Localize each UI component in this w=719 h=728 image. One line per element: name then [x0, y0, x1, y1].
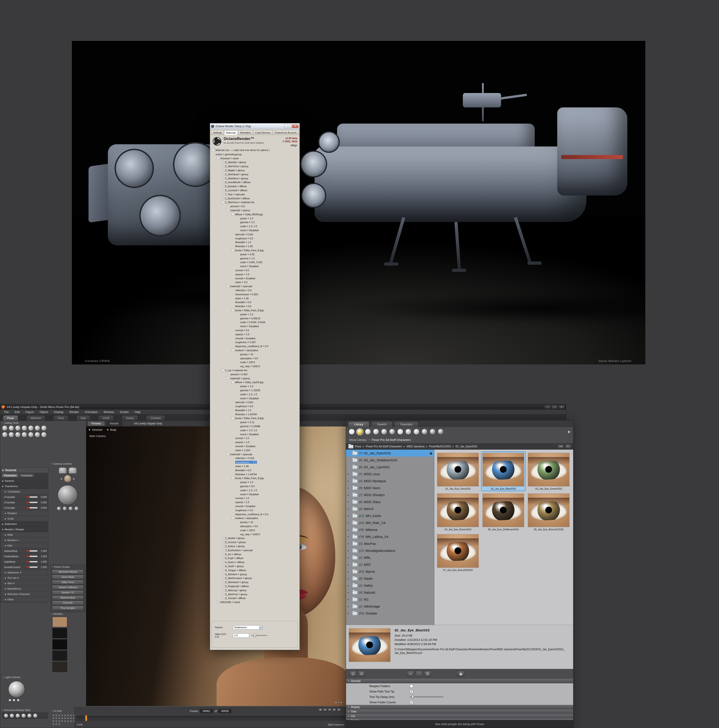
- param-group-morphs-shapes[interactable]: ▸Morphs | Shapes: [1, 527, 48, 532]
- room-tab-setup[interactable]: Setup: [122, 415, 138, 421]
- library-tab-favorites[interactable]: Favorites: [394, 422, 418, 427]
- minimize-button[interactable]: ─: [285, 124, 291, 128]
- tree-row[interactable]: +7_EyeSurface = specular: [211, 548, 298, 552]
- panel-view-button[interactable]: ▣: [457, 671, 464, 677]
- menu-object[interactable]: Object: [37, 410, 51, 414]
- expand-arrow-icon[interactable]: ▸: [348, 549, 351, 552]
- tree-row[interactable]: smooth = Enabled: [211, 504, 298, 508]
- tree-row[interactable]: priority = 10: [211, 352, 298, 356]
- tree-row[interactable]: filmindex = 1.44794: [211, 412, 298, 416]
- camera-scale-control[interactable]: [69, 507, 72, 510]
- tree-collapse-box[interactable]: −: [227, 377, 229, 379]
- checkbox-checked-button[interactable]: ☑: [358, 671, 365, 677]
- param-subgroup-the-girl-4[interactable]: ▸The Girl 4: [1, 575, 48, 581]
- param-dial-slider[interactable]: [26, 507, 38, 509]
- tree-row[interactable]: specular = Color: [211, 400, 298, 404]
- ui-dot[interactable]: [70, 714, 72, 716]
- tree-collapse-box[interactable]: −: [212, 149, 214, 151]
- room-tab-pose[interactable]: Pose: [3, 415, 18, 421]
- tree-row[interactable]: power = 0.05: [211, 252, 298, 256]
- tree-row[interactable]: +3_SkinHand = glossy: [211, 580, 298, 584]
- tree-row[interactable]: +3_SkinArm = glossy: [211, 572, 298, 577]
- ui-dot[interactable]: [64, 717, 66, 719]
- tree-row[interactable]: invert = Disabled: [211, 228, 298, 232]
- tree-row[interactable]: −bump = Dalia_Face_B.jpg: [211, 416, 298, 421]
- tree-row[interactable]: normal = 0.0: [211, 328, 298, 332]
- param-subgroup-aiko-4[interactable]: ▸Aiko 4: [1, 581, 48, 586]
- camera-next-arrow[interactable]: ▸: [73, 477, 75, 480]
- room-tab-hair[interactable]: Hair: [76, 415, 90, 421]
- library-folder-row[interactable]: [7]02_Jas_EyesSSS◉: [346, 450, 434, 457]
- library-category-icon[interactable]: [365, 429, 371, 435]
- render-history-thumbnail[interactable]: [52, 639, 67, 650]
- expand-arrow-icon[interactable]: ▸: [348, 480, 351, 482]
- tree-collapse-box[interactable]: −: [232, 417, 234, 419]
- library-folder-row[interactable]: ▸[55]October: [346, 610, 434, 617]
- tree-row[interactable]: scale = 0.6166, 0.6166: [211, 320, 298, 324]
- tree-row[interactable]: index = 1.624: [211, 448, 298, 452]
- display-style-ball[interactable]: [28, 714, 31, 718]
- param-group-transforms[interactable]: ▸Transforms: [1, 483, 48, 489]
- ui-dot[interactable]: [58, 723, 60, 725]
- library-thumbnail[interactable]: 05_Jas_Eye_DrkBrownSSS: [482, 492, 525, 531]
- library-folder-row[interactable]: ▸[6]MDD Siara: [346, 499, 434, 505]
- tree-row[interactable]: +3_Sclera = glossy: [211, 544, 298, 548]
- light-1-icon[interactable]: [9, 699, 11, 701]
- editing-tool-button[interactable]: [15, 432, 21, 437]
- editing-tool-button[interactable]: [21, 425, 27, 431]
- camera-roll-control[interactable]: [63, 507, 66, 510]
- library-category-icon[interactable]: [430, 429, 436, 435]
- breadcrumb-item[interactable]: Poser9&2012SSS: [429, 445, 451, 448]
- loop-label[interactable]: Loop: [77, 723, 83, 726]
- tree-row[interactable]: gamma = 1.31528: [211, 388, 298, 392]
- face-camera-icon[interactable]: [64, 475, 71, 482]
- expand-arrow-icon[interactable]: ▸: [348, 584, 351, 587]
- view-mode-button[interactable]: ≡: [565, 444, 571, 448]
- library-category-icon[interactable]: [357, 429, 363, 435]
- library-folder-row[interactable]: ▸[1]MST: [346, 561, 434, 568]
- editing-tool-button[interactable]: [21, 432, 27, 437]
- tree-expand-box[interactable]: +: [222, 189, 224, 192]
- tree-row[interactable]: −material1 = glossy: [211, 208, 298, 213]
- python-button-print-info[interactable]: Print Info: [52, 601, 84, 605]
- library-folder-row[interactable]: ▸[1]Nathy: [346, 582, 434, 589]
- camera-plane-control[interactable]: [57, 507, 61, 510]
- maximize-button[interactable]: ▢: [551, 405, 558, 409]
- octane-tab-octanelive-account[interactable]: OctaneLive Account: [273, 130, 298, 135]
- editing-tool-button[interactable]: [2, 425, 8, 431]
- tree-row[interactable]: power = 0.11: [211, 420, 298, 424]
- tree-row[interactable]: smooth = Enabled: [211, 336, 298, 340]
- tree-row[interactable]: opacity = 1.0: [211, 272, 298, 276]
- tree-row[interactable]: opacity = 1.0: [211, 332, 298, 336]
- expand-arrow-icon[interactable]: ▸: [348, 598, 351, 601]
- tree-row[interactable]: normal = 0.0: [211, 268, 298, 272]
- tree-row[interactable]: −Victoria4 = mesh: [211, 156, 298, 161]
- render-history-thumbnail[interactable]: [52, 628, 67, 638]
- tree-collapse-box[interactable]: −: [232, 213, 234, 216]
- library-folder-row[interactable]: ▸[4]Natsuki: [346, 589, 434, 596]
- breadcrumb-item[interactable]: MDD Jasmena: [407, 445, 424, 448]
- tree-row[interactable]: invert = Disabled: [211, 264, 298, 268]
- ui-dot[interactable]: [67, 717, 69, 719]
- tree-row[interactable]: index = 1.45: [211, 464, 298, 468]
- tree-row[interactable]: +5_Lacrimal = diffuse: [211, 188, 298, 192]
- tree-expand-box[interactable]: +: [222, 597, 224, 600]
- tree-collapse-box[interactable]: −: [232, 381, 234, 384]
- ui-dot[interactable]: [53, 714, 54, 716]
- tree-row[interactable]: invert = Disabled: [211, 324, 298, 328]
- menu-window[interactable]: Window: [101, 410, 117, 414]
- settings-section-tree[interactable]: ▸Tree: [346, 710, 573, 714]
- tree-row[interactable]: gamma = 2.24488: [211, 424, 298, 428]
- tree-row[interactable]: filmwidth = 1.0: [211, 240, 298, 245]
- light-3-icon[interactable]: [17, 699, 19, 701]
- menu-display[interactable]: Display: [51, 410, 66, 414]
- ui-dot[interactable]: [67, 714, 69, 716]
- library-folder-row[interactable]: ▸[1]NC: [346, 596, 434, 603]
- tree-row[interactable]: filmwidth = 0.0: [211, 468, 298, 472]
- tree-row[interactable]: index = 1.45: [211, 297, 298, 300]
- checkbox-checked-button[interactable]: ☑: [350, 671, 356, 677]
- tree-row[interactable]: +3_Fingernail = diffuse: [211, 584, 298, 588]
- tree-row[interactable]: +4_InnerMouth = diffuse: [211, 180, 298, 185]
- tree-row[interactable]: −1_SkinFace = material mix: [211, 200, 298, 205]
- tree-row[interactable]: ray_step = 1000.0: [211, 532, 298, 536]
